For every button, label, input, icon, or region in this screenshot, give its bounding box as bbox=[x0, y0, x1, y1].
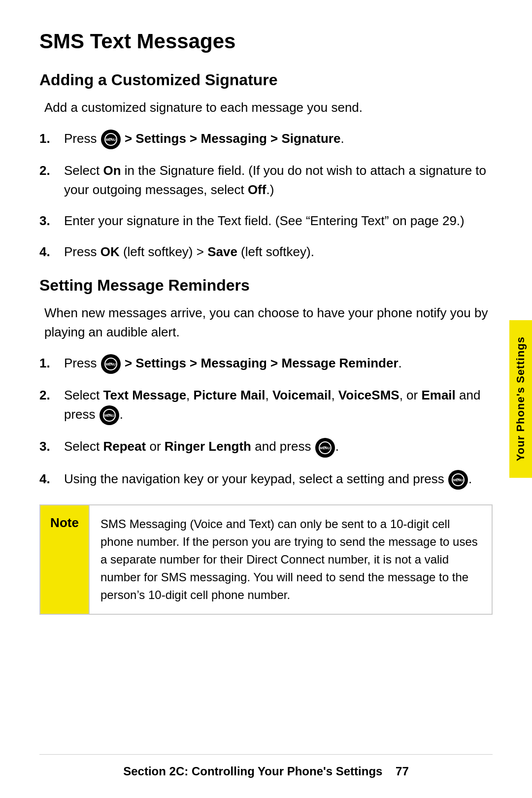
step-number: 3. bbox=[39, 437, 64, 456]
step-bold: Ringer Length bbox=[165, 439, 251, 454]
page-container: Your Phone's Settings SMS Text Messages … bbox=[0, 0, 532, 798]
step-bold: Repeat bbox=[103, 439, 146, 454]
sidebar-label: Your Phone's Settings bbox=[514, 336, 527, 461]
menu-text: MENUOK bbox=[453, 478, 464, 481]
list-item: 4. Press OK (left softkey) > Save (left … bbox=[39, 242, 493, 262]
ok-text: OK bbox=[109, 363, 113, 365]
menu-icon-inner: MENUOK bbox=[319, 441, 332, 454]
menu-icon: MENUOK bbox=[100, 405, 119, 425]
step-content: Press MENUOK > Settings > Messaging > Me… bbox=[64, 354, 493, 374]
step-number: 2. bbox=[39, 161, 64, 180]
step-number: 1. bbox=[39, 129, 64, 148]
footer: Section 2C: Controlling Your Phone's Set… bbox=[39, 754, 493, 778]
section2-steps: 1. Press MENUOK > Settings > Messaging >… bbox=[39, 354, 493, 490]
step-content: Press MENUOK > Settings > Messaging > Si… bbox=[64, 129, 493, 149]
ok-text: OK bbox=[109, 138, 113, 140]
step-bold: OK bbox=[100, 244, 120, 259]
menu-text: MENUOK bbox=[105, 363, 116, 366]
menu-icon-inner: MENUOK bbox=[104, 358, 117, 370]
footer-section-label: Section 2C: Controlling Your Phone's Set… bbox=[123, 765, 382, 778]
step-bold: > Settings > Messaging > Signature bbox=[125, 131, 341, 146]
step-bold: > Settings > Messaging > Message Reminde… bbox=[125, 356, 399, 370]
section1-steps: 1. Press MENUOK > Settings > Messaging >… bbox=[39, 129, 493, 262]
step-content: Enter your signature in the Text field. … bbox=[64, 211, 493, 231]
list-item: 1. Press MENUOK > Settings > Messaging >… bbox=[39, 129, 493, 149]
step-content: Select On in the Signature field. (If yo… bbox=[64, 161, 493, 200]
step-bold: Save bbox=[207, 244, 237, 259]
ok-text: OK bbox=[107, 414, 111, 416]
step-number: 3. bbox=[39, 211, 64, 231]
list-item: 4. Using the navigation key or your keyp… bbox=[39, 469, 493, 490]
menu-icon: MENUOK bbox=[315, 438, 335, 458]
note-label: Note bbox=[40, 505, 90, 614]
footer-section-text: Section 2C: Controlling Your Phone's Set… bbox=[123, 765, 409, 778]
menu-icon: MENUOK bbox=[101, 354, 121, 374]
list-item: 2. Select Text Message, Picture Mail, Vo… bbox=[39, 386, 493, 425]
note-content: SMS Messaging (Voice and Text) can only … bbox=[90, 505, 492, 614]
step-number: 2. bbox=[39, 386, 64, 405]
menu-icon: MENUOK bbox=[448, 470, 468, 490]
menu-text: MENUOK bbox=[105, 138, 116, 141]
note-box: Note SMS Messaging (Voice and Text) can … bbox=[39, 504, 493, 615]
menu-icon-inner: MENUOK bbox=[103, 409, 116, 422]
step-content: Using the navigation key or your keypad,… bbox=[64, 469, 493, 490]
list-item: 2. Select On in the Signature field. (If… bbox=[39, 161, 493, 200]
section2-intro: When new messages arrive, you can choose… bbox=[39, 303, 493, 342]
menu-icon-inner: MENUOK bbox=[452, 473, 465, 486]
step-bold: Off bbox=[248, 182, 266, 197]
menu-text: MENUOK bbox=[320, 446, 330, 449]
step-content: Select Text Message, Picture Mail, Voice… bbox=[64, 386, 493, 425]
step-number: 4. bbox=[39, 242, 64, 262]
section1-heading: Adding a Customized Signature bbox=[39, 71, 493, 89]
list-item: 3. Enter your signature in the Text fiel… bbox=[39, 211, 493, 231]
step-bold: On bbox=[103, 163, 121, 178]
step-number: 4. bbox=[39, 469, 64, 489]
step-bold: Voicemail bbox=[272, 388, 331, 402]
step-content: Select Repeat or Ringer Length and press… bbox=[64, 437, 493, 457]
page-title: SMS Text Messages bbox=[39, 30, 493, 53]
menu-icon-inner: MENUOK bbox=[104, 133, 117, 146]
menu-text: MENUOK bbox=[104, 414, 115, 417]
step-bold: Email bbox=[421, 388, 455, 402]
sidebar-tab: Your Phone's Settings bbox=[509, 320, 532, 478]
ok-text: OK bbox=[456, 478, 460, 480]
footer-page-number: 77 bbox=[396, 765, 409, 778]
section1-intro: Add a customized signature to each messa… bbox=[39, 98, 493, 117]
step-number: 1. bbox=[39, 354, 64, 373]
step-bold: Picture Mail bbox=[194, 388, 266, 402]
menu-icon: MENUOK bbox=[101, 130, 121, 149]
ok-text: OK bbox=[323, 446, 327, 448]
list-item: 1. Press MENUOK > Settings > Messaging >… bbox=[39, 354, 493, 374]
step-content: Press OK (left softkey) > Save (left sof… bbox=[64, 242, 493, 262]
step-bold: Text Message bbox=[103, 388, 187, 402]
step-bold: VoiceSMS bbox=[338, 388, 399, 402]
section2-heading: Setting Message Reminders bbox=[39, 276, 493, 295]
list-item: 3. Select Repeat or Ringer Length and pr… bbox=[39, 437, 493, 457]
